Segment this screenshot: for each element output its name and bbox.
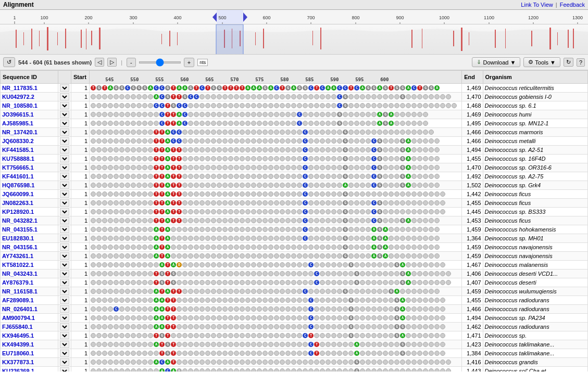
seq-id-link[interactable]: AJ585985.1: [2, 120, 33, 126]
seq-arrow-cell[interactable]: ↓↑: [58, 367, 71, 372]
seq-id-link[interactable]: NR_026401.1: [2, 306, 37, 312]
seq-direction-select[interactable]: ↓↑: [60, 288, 69, 295]
seq-direction-select[interactable]: ↓↑: [60, 323, 69, 330]
seq-id-link[interactable]: EU718060.1: [2, 350, 34, 356]
zoom-slider[interactable]: [139, 61, 181, 63]
main-table-container[interactable]: Sequence ID Start 545 550 555 560 565 57…: [0, 70, 588, 371]
seq-direction-select[interactable]: ↓↑: [60, 270, 69, 277]
seq-direction-select[interactable]: ↓↑: [60, 243, 69, 251]
seq-direction-select[interactable]: ↓↑: [60, 190, 69, 198]
help-btn[interactable]: ?: [577, 58, 585, 67]
seq-arrow-cell[interactable]: ↓↑: [58, 225, 71, 234]
seq-direction-select[interactable]: ↓↑: [60, 217, 69, 224]
seq-direction-select[interactable]: ↓↑: [60, 93, 69, 100]
seq-direction-select[interactable]: ↓↑: [60, 367, 69, 371]
seq-arrow-cell[interactable]: ↓↑: [58, 278, 71, 287]
seq-arrow-cell[interactable]: ↓↑: [58, 296, 71, 305]
seq-id-link[interactable]: AY876379.1: [2, 279, 33, 286]
seq-direction-select[interactable]: ↓↑: [60, 102, 69, 109]
seq-direction-select[interactable]: ↓↑: [60, 358, 69, 366]
seq-id-link[interactable]: KU042972.2: [2, 94, 34, 100]
seq-id-link[interactable]: NR_043156.1: [2, 244, 37, 250]
seq-id-link[interactable]: NR_043282.1: [2, 217, 37, 224]
seq-id-link[interactable]: AM900794.1: [2, 315, 35, 321]
seq-arrow-cell[interactable]: ↓↑: [58, 234, 71, 243]
seq-direction-select[interactable]: ↓↑: [60, 111, 69, 118]
seq-direction-select[interactable]: ↓↑: [60, 235, 69, 242]
seq-id-link[interactable]: KT756665.1: [2, 164, 34, 171]
seq-id-link[interactable]: KT581022.1: [2, 262, 34, 268]
seq-id-link[interactable]: NR_137420.1: [2, 129, 37, 135]
download-btn[interactable]: ⇓ Download ▼: [472, 57, 520, 67]
seq-arrow-cell[interactable]: ↓↑: [58, 340, 71, 349]
seq-direction-select[interactable]: ↓↑: [60, 120, 69, 127]
link-to-view[interactable]: Link To View: [521, 2, 553, 8]
seq-arrow-cell[interactable]: ↓↑: [58, 163, 71, 172]
back-history-btn[interactable]: ↺: [3, 57, 15, 67]
seq-id-link[interactable]: HQ876598.1: [2, 182, 34, 188]
seq-direction-select[interactable]: ↓↑: [60, 314, 69, 322]
zoom-out-btn[interactable]: -: [127, 58, 136, 67]
seq-id-link[interactable]: KX377873.1: [2, 359, 34, 365]
seq-arrow-cell[interactable]: ↓↑: [58, 314, 71, 323]
seq-direction-select[interactable]: ↓↑: [60, 84, 69, 92]
seq-arrow-cell[interactable]: ↓↑: [58, 349, 71, 358]
seq-arrow-cell[interactable]: ↓↑: [58, 252, 71, 261]
seq-direction-select[interactable]: ↓↑: [60, 182, 69, 189]
seq-id-link[interactable]: KU236369.1: [2, 368, 34, 371]
seq-direction-select[interactable]: ↓↑: [60, 297, 69, 304]
seq-id-link[interactable]: KF441601.1: [2, 173, 34, 179]
seq-direction-select[interactable]: ↓↑: [60, 164, 69, 171]
seq-id-link[interactable]: JQ608330.2: [2, 138, 34, 144]
seq-id-link[interactable]: NR_043243.1: [2, 271, 37, 277]
seq-arrow-cell[interactable]: ↓↑: [58, 358, 71, 367]
tools-btn[interactable]: ⚙ Tools ▼: [523, 57, 560, 67]
seq-arrow-cell[interactable]: ↓↑: [58, 172, 71, 181]
seq-direction-select[interactable]: ↓↑: [60, 129, 69, 136]
seq-id-link[interactable]: JO396615.1: [2, 111, 34, 118]
seq-direction-select[interactable]: ↓↑: [60, 208, 69, 215]
seq-direction-select[interactable]: ↓↑: [60, 252, 69, 260]
nav-back-btn[interactable]: ◁: [95, 58, 104, 67]
seq-arrow-cell[interactable]: ↓↑: [58, 323, 71, 331]
seq-id-link[interactable]: AF289089.1: [2, 297, 34, 303]
seq-direction-select[interactable]: ↓↑: [60, 199, 69, 207]
seq-id-link[interactable]: FJ655840.1: [2, 324, 33, 330]
seq-id-link[interactable]: NR_043155.1: [2, 226, 37, 233]
zoom-in-btn[interactable]: +: [184, 58, 194, 67]
seq-id-link[interactable]: KP128920.1: [2, 209, 34, 215]
seq-direction-select[interactable]: ↓↑: [60, 332, 69, 339]
seq-arrow-cell[interactable]: ↓↑: [58, 305, 71, 314]
seq-arrow-cell[interactable]: ↓↑: [58, 101, 71, 110]
seq-direction-select[interactable]: ↓↑: [60, 226, 69, 233]
seq-arrow-cell[interactable]: ↓↑: [58, 208, 71, 216]
seq-arrow-cell[interactable]: ↓↑: [58, 119, 71, 128]
seq-direction-select[interactable]: ↓↑: [60, 305, 69, 313]
seq-arrow-cell[interactable]: ↓↑: [58, 216, 71, 225]
seq-id-link[interactable]: KX946495.1: [2, 332, 34, 339]
seq-arrow-cell[interactable]: ↓↑: [58, 93, 71, 101]
seq-arrow-cell[interactable]: ↓↑: [58, 199, 71, 208]
seq-arrow-cell[interactable]: ↓↑: [58, 287, 71, 296]
seq-arrow-cell[interactable]: ↓↑: [58, 110, 71, 119]
seq-direction-select[interactable]: ↓↑: [60, 137, 69, 145]
seq-arrow-cell[interactable]: ↓↑: [58, 190, 71, 199]
seq-arrow-cell[interactable]: ↓↑: [58, 155, 71, 163]
seq-id-link[interactable]: KF441585.1: [2, 147, 34, 153]
seq-id-link[interactable]: EU182830.1: [2, 235, 34, 241]
seq-direction-select[interactable]: ↓↑: [60, 350, 69, 357]
seq-id-link[interactable]: JQ660099.1: [2, 191, 34, 197]
seq-id-link[interactable]: NR_116158.1: [2, 288, 37, 294]
seq-direction-select[interactable]: ↓↑: [60, 146, 69, 153]
feedback-link[interactable]: Feedback: [560, 2, 585, 8]
seq-arrow-cell[interactable]: ↓↑: [58, 261, 71, 270]
seq-arrow-cell[interactable]: ↓↑: [58, 331, 71, 340]
seq-arrow-cell[interactable]: ↓↑: [58, 146, 71, 155]
seq-arrow-cell[interactable]: ↓↑: [58, 270, 71, 278]
seq-id-link[interactable]: NR_117835.1: [2, 85, 37, 91]
seq-direction-select[interactable]: ↓↑: [60, 155, 69, 162]
seq-id-link[interactable]: AY743261.1: [2, 253, 33, 259]
seq-arrow-cell[interactable]: ↓↑: [58, 128, 71, 137]
seq-arrow-cell[interactable]: ↓↑: [58, 243, 71, 252]
refresh-btn[interactable]: ↻: [564, 58, 573, 67]
